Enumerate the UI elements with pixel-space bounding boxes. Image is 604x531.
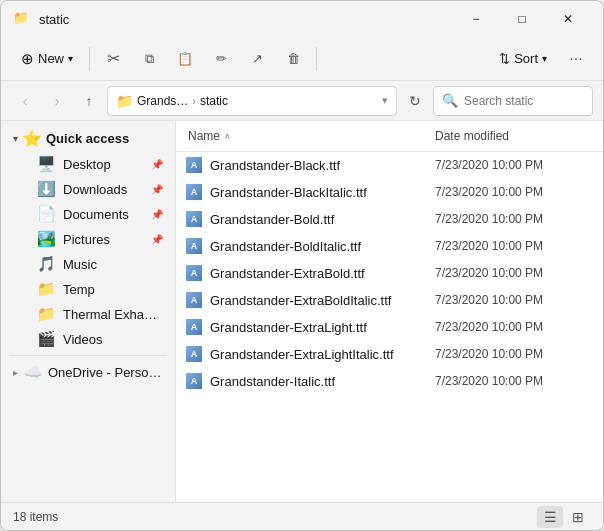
window-icon: 📁 xyxy=(13,10,31,28)
column-date-header: Date modified xyxy=(435,129,595,143)
ttf-file-icon xyxy=(186,319,202,335)
sidebar-item-thermal[interactable]: 📁 Thermal Exhau… xyxy=(5,302,171,326)
column-name-label: Name xyxy=(188,129,220,143)
ttf-file-icon xyxy=(186,211,202,227)
breadcrumb-parent: Grands… xyxy=(137,94,188,108)
sidebar-item-music-label: Music xyxy=(63,257,163,272)
onedrive-icon: ☁️ xyxy=(24,363,42,381)
status-count: 18 items xyxy=(13,510,58,524)
file-list-header: Name ∧ Date modified xyxy=(176,121,603,152)
table-row[interactable]: Grandstander-BlackItalic.ttf 7/23/2020 1… xyxy=(176,179,603,206)
sort-button[interactable]: ⇅ Sort ▾ xyxy=(489,42,557,76)
sidebar-item-onedrive[interactable]: ▸ ☁️ OneDrive - Perso… xyxy=(5,360,171,384)
title-bar: 📁 static − □ ✕ xyxy=(1,1,603,37)
search-input[interactable] xyxy=(464,94,584,108)
table-row[interactable]: Grandstander-ExtraLight.ttf 7/23/2020 10… xyxy=(176,314,603,341)
new-button[interactable]: ⊕ New ▾ xyxy=(11,42,83,76)
pin-icon-documents: 📌 xyxy=(151,209,163,220)
ttf-file-icon xyxy=(186,346,202,362)
sidebar-item-documents[interactable]: 📄 Documents 📌 xyxy=(5,202,171,226)
ttf-file-icon xyxy=(186,157,202,173)
breadcrumb-separator: › xyxy=(192,95,196,107)
music-icon: 🎵 xyxy=(37,255,55,273)
file-date: 7/23/2020 10:00 PM xyxy=(435,212,595,226)
sidebar-item-pictures[interactable]: 🏞️ Pictures 📌 xyxy=(5,227,171,251)
refresh-button[interactable]: ↻ xyxy=(401,87,429,115)
table-row[interactable]: Grandstander-Bold.ttf 7/23/2020 10:00 PM xyxy=(176,206,603,233)
sort-chevron-icon: ▾ xyxy=(542,53,547,64)
table-row[interactable]: Grandstander-Italic.ttf 7/23/2020 10:00 … xyxy=(176,368,603,395)
paste-button[interactable]: 📋 xyxy=(168,42,202,76)
tiles-view-button[interactable]: ⊞ xyxy=(565,506,591,528)
file-icon xyxy=(184,155,204,175)
toolbar-separator-2 xyxy=(316,47,317,71)
table-row[interactable]: Grandstander-BoldItalic.ttf 7/23/2020 10… xyxy=(176,233,603,260)
sidebar: ▾ ⭐ Quick access 🖥️ Desktop 📌 ⬇️ Downloa… xyxy=(1,121,176,502)
details-view-button[interactable]: ☰ xyxy=(537,506,563,528)
folder-icon: 📁 xyxy=(116,93,133,109)
sidebar-item-music[interactable]: 🎵 Music xyxy=(5,252,171,276)
table-row[interactable]: Grandstander-ExtraBoldItalic.ttf 7/23/20… xyxy=(176,287,603,314)
documents-icon: 📄 xyxy=(37,205,55,223)
cut-button[interactable]: ✂ xyxy=(96,42,130,76)
file-icon xyxy=(184,344,204,364)
toolbar: ⊕ New ▾ ✂ ⧉ 📋 ✏ ↗ 🗑 ⇅ Sort ▾ ··· xyxy=(1,37,603,81)
onedrive-chevron-icon: ▸ xyxy=(13,367,18,378)
share-button[interactable]: ↗ xyxy=(240,42,274,76)
delete-button[interactable]: 🗑 xyxy=(276,42,310,76)
ttf-file-icon xyxy=(186,265,202,281)
pin-icon: 📌 xyxy=(151,159,163,170)
copy-button[interactable]: ⧉ xyxy=(132,42,166,76)
pictures-icon: 🏞️ xyxy=(37,230,55,248)
window-controls: − □ ✕ xyxy=(453,3,591,35)
rename-button[interactable]: ✏ xyxy=(204,42,238,76)
main-window: 📁 static − □ ✕ ⊕ New ▾ ✂ ⧉ 📋 ✏ ↗ 🗑 ⇅ Sor… xyxy=(0,0,604,531)
minimize-button[interactable]: − xyxy=(453,3,499,35)
pin-icon-downloads: 📌 xyxy=(151,184,163,195)
more-button[interactable]: ··· xyxy=(559,42,593,76)
file-name: Grandstander-ExtraBoldItalic.ttf xyxy=(210,293,435,308)
sidebar-item-documents-label: Documents xyxy=(63,207,143,222)
quick-access-group[interactable]: ▾ ⭐ Quick access xyxy=(5,126,171,151)
sidebar-item-videos[interactable]: 🎬 Videos xyxy=(5,327,171,351)
pin-icon-pictures: 📌 xyxy=(151,234,163,245)
file-icon xyxy=(184,371,204,391)
desktop-icon: 🖥️ xyxy=(37,155,55,173)
breadcrumb-chevron-icon: ▾ xyxy=(382,94,388,107)
sort-icon: ⇅ xyxy=(499,51,510,66)
file-icon xyxy=(184,209,204,229)
sidebar-item-downloads-label: Downloads xyxy=(63,182,143,197)
sidebar-divider xyxy=(9,355,167,356)
maximize-button[interactable]: □ xyxy=(499,3,545,35)
ttf-file-icon xyxy=(186,292,202,308)
sidebar-item-desktop-label: Desktop xyxy=(63,157,143,172)
file-icon xyxy=(184,263,204,283)
file-rows: Grandstander-Black.ttf 7/23/2020 10:00 P… xyxy=(176,152,603,502)
sidebar-item-videos-label: Videos xyxy=(63,332,163,347)
temp-icon: 📁 xyxy=(37,280,55,298)
status-bar: 18 items ☰ ⊞ xyxy=(1,502,603,530)
sidebar-item-temp[interactable]: 📁 Temp xyxy=(5,277,171,301)
file-list: Name ∧ Date modified Grandstander-Black.… xyxy=(176,121,603,502)
close-button[interactable]: ✕ xyxy=(545,3,591,35)
table-row[interactable]: Grandstander-ExtraLightItalic.ttf 7/23/2… xyxy=(176,341,603,368)
forward-button[interactable]: › xyxy=(43,87,71,115)
table-row[interactable]: Grandstander-Black.ttf 7/23/2020 10:00 P… xyxy=(176,152,603,179)
window-title: static xyxy=(39,12,453,27)
table-row[interactable]: Grandstander-ExtraBold.ttf 7/23/2020 10:… xyxy=(176,260,603,287)
file-icon xyxy=(184,182,204,202)
sidebar-item-desktop[interactable]: 🖥️ Desktop 📌 xyxy=(5,152,171,176)
new-chevron-icon: ▾ xyxy=(68,53,73,64)
quick-access-chevron-icon: ▾ xyxy=(13,133,18,144)
up-button[interactable]: ↑ xyxy=(75,87,103,115)
back-button[interactable]: ‹ xyxy=(11,87,39,115)
search-box[interactable]: 🔍 xyxy=(433,86,593,116)
sort-button-label: Sort xyxy=(514,51,538,66)
sidebar-item-downloads[interactable]: ⬇️ Downloads 📌 xyxy=(5,177,171,201)
breadcrumb[interactable]: 📁 Grands… › static ▾ xyxy=(107,86,397,116)
file-name: Grandstander-BlackItalic.ttf xyxy=(210,185,435,200)
videos-icon: 🎬 xyxy=(37,330,55,348)
file-date: 7/23/2020 10:00 PM xyxy=(435,266,595,280)
file-name: Grandstander-ExtraLightItalic.ttf xyxy=(210,347,435,362)
column-name-header[interactable]: Name ∧ xyxy=(184,125,435,147)
